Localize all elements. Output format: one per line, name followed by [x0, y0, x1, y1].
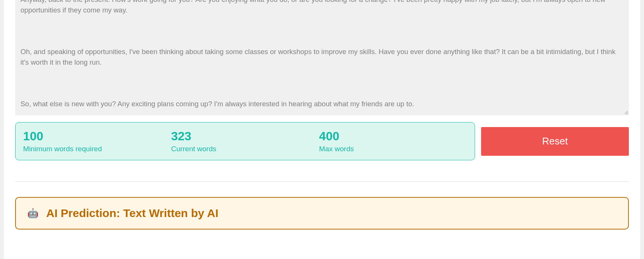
section-divider [15, 181, 629, 182]
resize-handle-icon[interactable] [623, 109, 628, 115]
current-words-stat: 323 Current words [171, 129, 319, 153]
min-words-value: 100 [23, 129, 171, 143]
stats-row: 100 Minimum words required 323 Current w… [15, 122, 629, 160]
max-words-label: Max words [319, 145, 467, 153]
paragraph: Anyway, back to the present. How's work … [20, 0, 624, 15]
max-words-stat: 400 Max words [319, 129, 467, 153]
prediction-value: Text Written by AI [123, 207, 218, 219]
word-stats-panel: 100 Minimum words required 323 Current w… [15, 122, 475, 160]
reset-button-label: Reset [542, 135, 568, 147]
current-words-value: 323 [171, 129, 319, 143]
text-input-area[interactable]: Anyway, back to the present. How's work … [15, 0, 629, 115]
reset-button[interactable]: Reset [481, 127, 629, 156]
paragraph: Oh, and speaking of opportunities, I've … [20, 47, 624, 67]
prediction-text: AI Prediction: Text Written by AI [46, 207, 219, 220]
text-content: Anyway, back to the present. How's work … [15, 0, 629, 115]
current-words-label: Current words [171, 145, 319, 153]
main-container: Anyway, back to the present. How's work … [4, 0, 640, 259]
prediction-panel: 🤖 AI Prediction: Text Written by AI [15, 197, 629, 230]
robot-icon: 🤖 [27, 209, 39, 218]
max-words-value: 400 [319, 129, 467, 143]
min-words-stat: 100 Minimum words required [23, 129, 171, 153]
min-words-label: Minimum words required [23, 145, 171, 153]
paragraph: So, what else is new with you? Any excit… [20, 99, 624, 109]
prediction-label: AI Prediction: [46, 207, 123, 219]
